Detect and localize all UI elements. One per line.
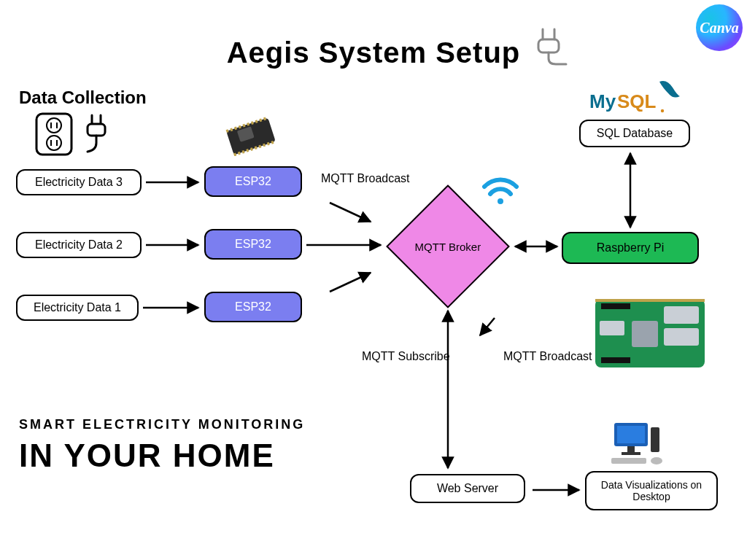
svg-rect-43	[664, 328, 699, 346]
svg-point-35	[498, 198, 503, 204]
plug-icon	[528, 26, 572, 73]
mysql-dolphin-icon: My SQL	[589, 79, 684, 120]
svg-rect-51	[651, 427, 659, 452]
svg-line-58	[330, 203, 371, 222]
microcontroller-icon	[222, 117, 280, 159]
svg-rect-50	[622, 452, 640, 455]
svg-rect-46	[595, 299, 705, 302]
svg-rect-48	[617, 426, 645, 443]
plug-icon	[82, 112, 111, 159]
page-title: Aegis System Setup	[0, 36, 747, 69]
svg-rect-45	[600, 321, 624, 335]
svg-rect-52	[611, 458, 646, 464]
svg-rect-2	[538, 39, 559, 52]
node-data-viz: Data Visualizations on Desktop	[585, 471, 718, 510]
wifi-icon	[480, 174, 521, 209]
svg-rect-44	[632, 321, 658, 347]
edge-label-broadcast-top: MQTT Broadcast	[321, 172, 410, 185]
svg-rect-3	[36, 114, 71, 155]
svg-text:SQL: SQL	[617, 90, 657, 112]
svg-line-63	[480, 318, 495, 335]
node-label: Raspberry Pi	[597, 241, 664, 254]
node-label: ESP32	[235, 238, 271, 251]
svg-rect-42	[664, 306, 699, 324]
node-web-server: Web Server	[410, 474, 525, 503]
svg-rect-49	[627, 446, 635, 452]
desktop-computer-icon	[610, 420, 668, 470]
tagline-small: SMART ELECTRICITY MONITORING	[19, 417, 305, 432]
node-electricity-data-1: Electricity Data 1	[16, 295, 139, 321]
svg-rect-41	[601, 357, 630, 363]
node-sql-database: SQL Database	[579, 120, 690, 147]
svg-line-59	[330, 273, 371, 292]
canva-badge-text: Canva	[700, 20, 738, 36]
section-data-collection: Data Collection	[19, 88, 147, 108]
node-label: MQTT Broker	[415, 240, 481, 252]
node-raspberry-pi: Raspberry Pi	[562, 232, 699, 264]
node-label: SQL Database	[597, 127, 673, 140]
svg-rect-40	[601, 303, 630, 309]
node-esp32-1: ESP32	[204, 292, 302, 322]
tagline-big: IN YOUR HOME	[19, 438, 275, 474]
node-esp32-2: ESP32	[204, 229, 302, 260]
node-electricity-data-2: Electricity Data 2	[16, 232, 142, 258]
node-label: Electricity Data 3	[35, 176, 123, 189]
edge-label-subscribe: MQTT Subscribe	[362, 350, 450, 363]
node-esp32-3: ESP32	[204, 166, 302, 197]
svg-point-38	[661, 109, 664, 112]
svg-rect-12	[88, 124, 105, 136]
node-label: ESP32	[235, 300, 271, 314]
node-label: Electricity Data 2	[35, 238, 123, 252]
node-label: Web Server	[437, 482, 498, 495]
node-electricity-data-3: Electricity Data 3	[16, 169, 142, 195]
node-label: ESP32	[235, 175, 271, 188]
node-label: Electricity Data 1	[34, 301, 121, 314]
svg-point-53	[651, 457, 662, 464]
outlet-icon	[34, 111, 74, 160]
raspberry-pi-board-icon	[591, 292, 715, 382]
node-label: Data Visualizations on Desktop	[592, 479, 711, 502]
edge-label-broadcast-bottom: MQTT Broadcast	[503, 350, 592, 363]
svg-text:My: My	[589, 90, 616, 112]
